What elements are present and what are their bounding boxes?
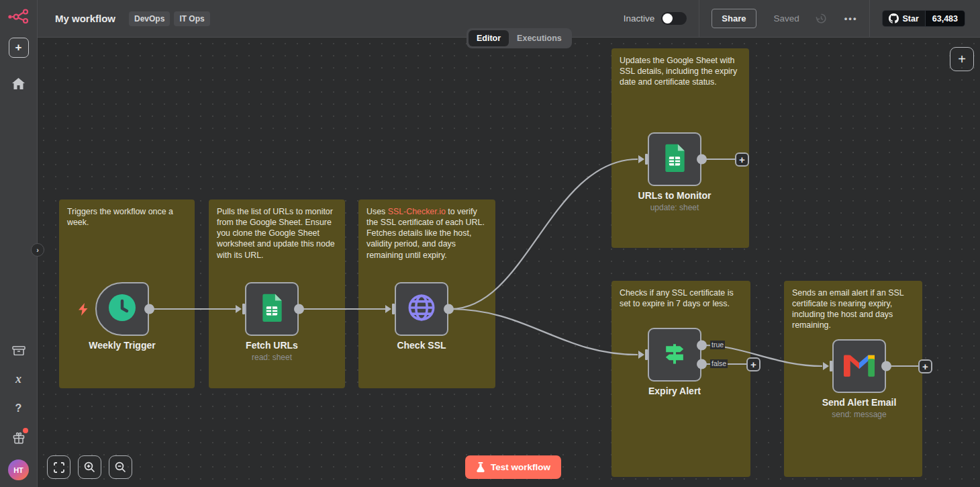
home-icon[interactable] bbox=[11, 75, 27, 91]
node-body[interactable] bbox=[245, 282, 299, 336]
editor-tabs: Editor Executions bbox=[467, 28, 572, 48]
input-port[interactable] bbox=[638, 349, 648, 360]
notification-dot bbox=[23, 428, 28, 433]
gmail-icon bbox=[844, 353, 875, 380]
add-node-endpoint-button[interactable]: + bbox=[735, 152, 749, 167]
output-port[interactable] bbox=[881, 361, 891, 371]
more-options-button[interactable]: ••• bbox=[844, 13, 858, 24]
output-port-true[interactable] bbox=[697, 341, 707, 351]
trigger-bolt-icon bbox=[79, 303, 88, 318]
branch-label-false: false bbox=[710, 359, 728, 368]
node-title: Weekly Trigger bbox=[48, 340, 196, 351]
activation-status-label: Inactive bbox=[624, 13, 655, 24]
node-title: Fetch URLs bbox=[198, 340, 346, 351]
sticky-text: Triggers the workflow once a week. bbox=[67, 206, 187, 228]
add-node-endpoint-button[interactable]: + bbox=[918, 359, 932, 373]
test-workflow-button[interactable]: Test workflow bbox=[465, 455, 561, 479]
google-sheets-icon bbox=[661, 143, 688, 175]
github-star-widget[interactable]: Star 63,483 bbox=[882, 10, 965, 27]
globe-icon bbox=[406, 292, 437, 326]
sidebar-expand-chevron[interactable]: › bbox=[31, 243, 44, 257]
node-body[interactable] bbox=[648, 132, 701, 186]
toggle-knob bbox=[663, 13, 673, 24]
zoom-in-button[interactable] bbox=[78, 455, 101, 479]
output-port[interactable] bbox=[294, 304, 304, 314]
user-avatar[interactable]: HT bbox=[8, 459, 29, 480]
sticky-text: Uses SSL-Checker.io to verify the SSL ce… bbox=[366, 206, 487, 261]
sticky-text: Checks if any SSL certificate is set to … bbox=[620, 287, 742, 309]
new-workflow-button[interactable]: + bbox=[9, 38, 29, 58]
signpost-if-icon bbox=[660, 339, 689, 371]
variables-icon[interactable]: x bbox=[11, 371, 27, 387]
divider bbox=[699, 0, 699, 38]
node-title: Check SSL bbox=[348, 340, 495, 351]
help-icon[interactable]: ? bbox=[11, 400, 27, 416]
input-port[interactable] bbox=[823, 361, 832, 371]
node-weekly-trigger[interactable]: Weekly Trigger bbox=[95, 282, 149, 336]
tag-itops[interactable]: IT Ops bbox=[174, 11, 209, 26]
node-body[interactable] bbox=[832, 339, 886, 393]
node-title: Expiry Alert bbox=[601, 386, 748, 396]
branch-label-true: true bbox=[710, 341, 725, 349]
github-star-label: Star bbox=[902, 14, 918, 24]
node-body[interactable] bbox=[95, 282, 149, 336]
divider bbox=[869, 0, 870, 38]
node-check-ssl[interactable]: Check SSL bbox=[395, 282, 448, 336]
tab-editor[interactable]: Editor bbox=[469, 30, 509, 46]
node-subtitle: read: sheet bbox=[198, 353, 346, 362]
input-port[interactable] bbox=[385, 304, 395, 314]
workflow-title[interactable]: My workflow bbox=[55, 13, 115, 24]
left-sidebar: + x ? HT bbox=[0, 0, 38, 487]
input-port[interactable] bbox=[236, 304, 245, 314]
output-port[interactable] bbox=[144, 304, 154, 314]
github-icon bbox=[889, 13, 899, 24]
node-body[interactable] bbox=[648, 328, 701, 382]
node-subtitle: update: sheet bbox=[601, 203, 748, 212]
node-urls-to-monitor[interactable]: URLs to Monitor update: sheet bbox=[648, 132, 701, 186]
tab-executions[interactable]: Executions bbox=[509, 30, 570, 46]
templates-icon[interactable] bbox=[11, 341, 27, 357]
output-port-false[interactable] bbox=[697, 359, 707, 369]
saved-status: Saved bbox=[774, 13, 799, 24]
tag-devops[interactable]: DevOps bbox=[129, 11, 170, 26]
input-port[interactable] bbox=[638, 154, 648, 165]
open-nodes-panel-button[interactable]: + bbox=[950, 47, 974, 71]
node-send-alert-email[interactable]: Send Alert Email send: message bbox=[832, 339, 886, 393]
zoom-out-button[interactable] bbox=[109, 455, 132, 479]
node-expiry-alert[interactable]: Expiry Alert bbox=[648, 328, 701, 382]
zoom-to-fit-button[interactable] bbox=[47, 455, 70, 479]
node-title: URLs to Monitor bbox=[601, 190, 748, 201]
history-icon[interactable] bbox=[816, 13, 827, 24]
activation-toggle[interactable] bbox=[661, 12, 687, 25]
node-fetch-urls[interactable]: Fetch URLs read: sheet bbox=[245, 282, 299, 336]
add-node-endpoint-button[interactable]: + bbox=[746, 357, 761, 371]
clock-icon bbox=[107, 293, 137, 325]
flask-icon bbox=[476, 462, 485, 472]
n8n-logo bbox=[7, 8, 30, 27]
output-port[interactable] bbox=[444, 304, 454, 314]
github-star-count: 63,483 bbox=[925, 11, 965, 26]
sticky-text: Pulls the list of URLs to monitor from t… bbox=[217, 206, 337, 261]
ssl-checker-link[interactable]: SSL-Checker.io bbox=[388, 207, 446, 216]
output-port[interactable] bbox=[697, 154, 707, 165]
sticky-text: Sends an email alert if an SSL certifica… bbox=[792, 287, 914, 331]
node-body[interactable] bbox=[395, 282, 448, 336]
share-button[interactable]: Share bbox=[712, 9, 756, 28]
whats-new-gift-icon[interactable] bbox=[11, 430, 27, 446]
test-workflow-label: Test workflow bbox=[491, 462, 550, 472]
google-sheets-icon bbox=[258, 293, 285, 325]
node-subtitle: send: message bbox=[785, 410, 933, 419]
node-title: Send Alert Email bbox=[785, 397, 933, 408]
sticky-text: Updates the Google Sheet with SSL detail… bbox=[620, 55, 741, 87]
